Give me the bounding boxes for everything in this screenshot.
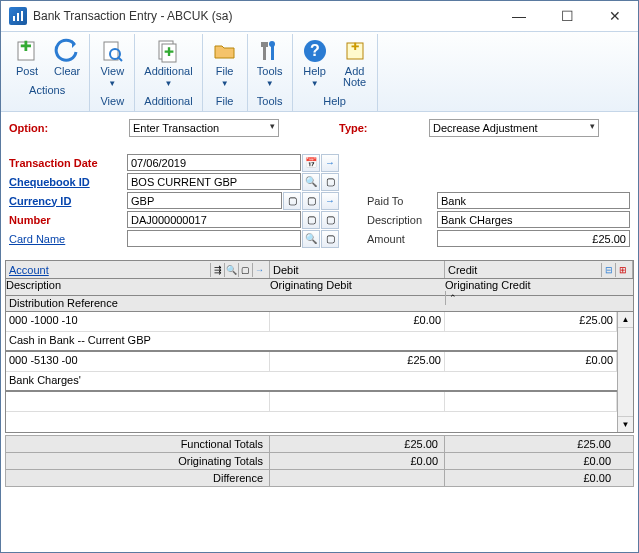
functional-credit: £25.00	[445, 436, 633, 452]
svg-rect-1	[17, 13, 19, 21]
currency-expand-icon[interactable]: ▢	[302, 192, 320, 210]
tree-icon[interactable]: ⇶	[210, 263, 224, 277]
col-account[interactable]: Account ⇶ 🔍 ▢ →	[6, 261, 270, 278]
number-input[interactable]	[127, 211, 301, 228]
tools-icon	[257, 38, 283, 64]
ribbon-group-label: Additional	[137, 92, 199, 109]
svg-point-14	[269, 41, 275, 47]
paid-to-input[interactable]	[437, 192, 630, 209]
svg-line-7	[118, 57, 122, 61]
difference-empty	[270, 470, 445, 486]
option-combo[interactable]	[129, 119, 279, 137]
cell-debit[interactable]: £0.00	[270, 312, 445, 331]
show-detail-icon[interactable]: ⊟	[601, 263, 615, 277]
ribbon-group-view: View▼View	[90, 34, 135, 111]
svg-text:?: ?	[310, 42, 320, 59]
help-button[interactable]: ?Help▼	[295, 34, 335, 92]
cell-description[interactable]: Cash in Bank -- Current GBP	[6, 332, 617, 350]
view-button[interactable]: View▼	[92, 34, 132, 92]
form-area: Option: Type: Transaction Date 📅 → Chequ…	[1, 112, 638, 254]
grid-scrollbar[interactable]: ▲ ▼	[617, 312, 633, 432]
number-note-icon[interactable]: ▢	[302, 211, 320, 229]
ribbon-group-label: View	[92, 92, 132, 109]
cell-debit[interactable]: £25.00	[270, 352, 445, 371]
col-expand-icon[interactable]: ▢	[238, 263, 252, 277]
col-description[interactable]: Description	[6, 279, 270, 295]
card-note-icon[interactable]: ▢	[321, 230, 339, 248]
number-label: Number	[9, 214, 127, 226]
number-expand-icon[interactable]: ▢	[321, 211, 339, 229]
calendar-icon[interactable]: 📅	[302, 154, 320, 172]
lookup-icon[interactable]: 🔍	[302, 173, 320, 191]
col-orig-debit[interactable]: Originating Debit	[270, 279, 445, 295]
ribbon-group-file: File▼File	[203, 34, 248, 111]
table-row-desc[interactable]: Cash in Bank -- Current GBP	[6, 332, 617, 352]
svg-text:✚: ✚	[351, 41, 359, 52]
add-note-button[interactable]: ✚AddNote	[335, 34, 375, 92]
help-icon: ?	[302, 38, 328, 64]
description-label: Description	[367, 214, 437, 226]
type-combo[interactable]	[429, 119, 599, 137]
maximize-button[interactable]: ☐	[552, 6, 582, 26]
cell-credit[interactable]: £0.00	[445, 352, 617, 371]
ribbon-group-label: Help	[295, 92, 375, 109]
col-orig-credit[interactable]: Originating Credit ⌃	[445, 279, 633, 295]
clear-icon	[54, 38, 80, 64]
tools-button[interactable]: Tools▼	[250, 34, 290, 92]
currency-id-input[interactable]	[127, 192, 282, 209]
hide-detail-icon[interactable]: ⊞	[615, 263, 629, 277]
difference-value: £0.00	[445, 470, 633, 486]
col-debit[interactable]: Debit	[270, 261, 445, 278]
paid-to-label: Paid To	[367, 195, 437, 207]
table-row-empty[interactable]	[6, 392, 617, 412]
note-icon: ✚	[342, 38, 368, 64]
description-input[interactable]	[437, 211, 630, 228]
ribbon-group-actions: ✚PostClearActions	[5, 34, 90, 111]
file-button[interactable]: File▼	[205, 34, 245, 92]
table-row[interactable]: 000 -5130 -00£25.00£0.00	[6, 352, 617, 372]
note-icon[interactable]: ▢	[321, 173, 339, 191]
file-icon	[212, 38, 238, 64]
svg-text:✚: ✚	[164, 45, 174, 59]
ribbon-group-label: Actions	[7, 81, 87, 98]
currency-go-icon[interactable]: →	[321, 192, 339, 210]
additional-button[interactable]: ✚Additional▼	[137, 34, 199, 92]
ribbon-group-help: ?Help▼✚AddNoteHelp	[293, 34, 378, 111]
card-name-label[interactable]: Card Name	[9, 233, 127, 245]
card-lookup-icon[interactable]: 🔍	[302, 230, 320, 248]
col-go-icon[interactable]: →	[252, 263, 266, 277]
post-button[interactable]: ✚Post	[7, 34, 47, 81]
scroll-up-button[interactable]: ▲	[618, 312, 633, 328]
functional-debit: £25.00	[270, 436, 445, 452]
table-row[interactable]: 000 -1000 -10£0.00£25.00	[6, 312, 617, 332]
card-name-input[interactable]	[127, 230, 301, 247]
cell-credit[interactable]: £25.00	[445, 312, 617, 331]
distribution-grid: Account ⇶ 🔍 ▢ → Debit Credit ⊟ ⊞ Descrip…	[5, 260, 634, 433]
minimize-button[interactable]: —	[504, 6, 534, 26]
app-icon	[9, 7, 27, 25]
currency-id-label[interactable]: Currency ID	[9, 195, 127, 207]
amount-input[interactable]	[437, 230, 630, 247]
post-icon: ✚	[14, 38, 40, 64]
cell-account[interactable]: 000 -5130 -00	[6, 352, 270, 371]
cell-account[interactable]: 000 -1000 -10	[6, 312, 270, 331]
title-bar: Bank Transaction Entry - ABCUK (sa) — ☐ …	[1, 1, 638, 31]
collapse-icon[interactable]: ⌃	[445, 291, 459, 305]
cell-description[interactable]: Bank Charges'	[6, 372, 617, 390]
chequebook-id-label[interactable]: Chequebook ID	[9, 176, 127, 188]
table-row-desc[interactable]: Bank Charges'	[6, 372, 617, 392]
svg-text:✚: ✚	[20, 38, 32, 54]
col-credit[interactable]: Credit ⊟ ⊞	[445, 261, 633, 278]
col-lookup-icon[interactable]: 🔍	[224, 263, 238, 277]
svg-rect-2	[21, 11, 23, 21]
clear-button[interactable]: Clear	[47, 34, 87, 81]
date-go-icon[interactable]: →	[321, 154, 339, 172]
currency-note-icon[interactable]: ▢	[283, 192, 301, 210]
transaction-date-input[interactable]	[127, 154, 301, 171]
originating-totals-label: Originating Totals	[6, 453, 270, 469]
chequebook-id-input[interactable]	[127, 173, 301, 190]
scroll-down-button[interactable]: ▼	[618, 416, 633, 432]
totals-area: Functional Totals £25.00 £25.00 Originat…	[5, 435, 634, 487]
originating-debit: £0.00	[270, 453, 445, 469]
close-button[interactable]: ✕	[600, 6, 630, 26]
